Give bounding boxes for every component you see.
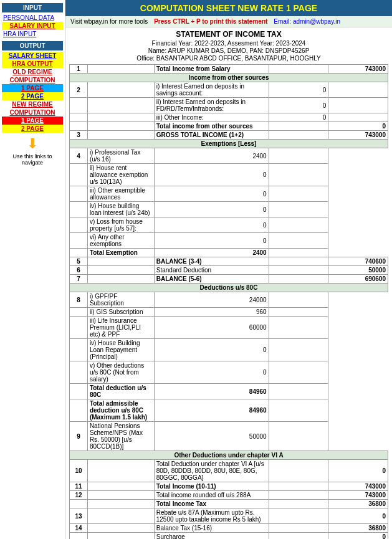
row-number	[70, 308, 88, 317]
table-row: Income from other sources	[70, 74, 388, 82]
main-content: COMPUTATION SHEET NEW RATE 1 PAGE Visit …	[65, 0, 392, 539]
row-number	[70, 533, 88, 540]
sidebar-npage2[interactable]: 2 PAGE	[2, 125, 63, 133]
row-amt1: 0	[269, 82, 328, 98]
table-row: 8i) GPF/PF Subscription24000	[70, 292, 388, 308]
row-amt2	[269, 361, 328, 384]
sidebar-new-regime[interactable]: NEW REGIME	[2, 100, 63, 108]
row-desc: National Pensions Scheme/NPS (Max Rs. 50…	[87, 422, 154, 451]
sidebar-page1[interactable]: 1 PAGE	[2, 84, 63, 92]
row-desc: Balance Tax (15-16)	[154, 524, 269, 533]
table-row: Other Deductions under chapter VI A	[70, 451, 388, 460]
row-amt2: 36800	[328, 524, 388, 533]
row-amt1: 0	[154, 233, 269, 249]
side-empty	[87, 533, 154, 540]
row-amt2	[269, 384, 328, 399]
row-amt1: 84960	[154, 399, 269, 422]
row-amt1: 24000	[154, 292, 269, 308]
row-amt2: 0	[328, 508, 388, 524]
press-text: Press CTRL + P to print this statement	[154, 18, 267, 25]
sidebar-salary-sheet[interactable]: SALARY SHEET	[2, 52, 63, 60]
sidebar-salary-input[interactable]: SALARY INPUT	[2, 22, 63, 30]
table-row: Deductions u/s 80C	[70, 284, 388, 292]
row-number: 8	[70, 292, 88, 308]
row-amt2	[269, 317, 328, 339]
row-number	[70, 317, 88, 339]
table-row: 12Total income rounded off u/s 288A74300…	[70, 491, 388, 500]
row-number: 11	[70, 482, 88, 491]
table-row: ii) House rent allowance exemption u/s 1…	[70, 164, 388, 186]
side-empty	[87, 275, 154, 284]
table-row: 6Standard Deduction50000	[70, 266, 388, 275]
row-amt1: 0	[269, 113, 328, 122]
row-desc: Total deduction u/s 80C	[87, 384, 154, 399]
row-amt2: 743000	[328, 131, 388, 140]
table-row: iii) Other Income:0	[70, 113, 388, 122]
row-amt2	[269, 422, 328, 451]
sidebar-computation[interactable]: COMPUTATION	[2, 76, 63, 84]
stmt-office: Office: BASANTAPUR ABCD OFFICE, BASANTAP…	[69, 55, 388, 62]
row-desc: iii) Life Insurance Premium (LICI,PLI et…	[87, 317, 154, 339]
sidebar-page2[interactable]: 2 PAGE	[2, 92, 63, 100]
row-number: 5	[70, 257, 88, 266]
side-empty	[87, 113, 154, 122]
table-row: Exemptions [Less]	[70, 140, 388, 148]
row-amt1: 960	[154, 308, 269, 317]
table-row: v) Other deductions u/s 80C (Not from sa…	[70, 361, 388, 384]
row-desc: GROSS TOTAL INCOME (1+2)	[154, 131, 269, 140]
table-row: ii) Interest Earned on deposits in FD/RD…	[70, 98, 388, 113]
row-desc: iii) Other Income:	[154, 113, 269, 122]
row-desc: BALANCE (3-4)	[154, 257, 269, 266]
row-amt2	[328, 113, 388, 122]
input-label: INPUT	[2, 3, 63, 12]
stmt-title: STATEMENT OF INCOME TAX	[69, 30, 388, 39]
sidebar-new-computation[interactable]: COMPUTATION	[2, 108, 63, 117]
side-empty	[87, 508, 154, 524]
row-amt2	[269, 217, 328, 233]
row-number	[70, 217, 88, 233]
row-desc: BALANCE (5-6)	[154, 275, 269, 284]
row-amt2	[269, 308, 328, 317]
table-row: 4i) Professional Tax (u/s 16)2400	[70, 148, 388, 164]
row-amt1	[269, 533, 328, 540]
stmt-name: Name: ARUP KUMAR DAS, DEMO, PAN: DNSPDP4…	[69, 47, 388, 54]
row-number	[70, 122, 88, 131]
sidebar-old-regime[interactable]: OLD REGIME	[2, 68, 63, 76]
row-number	[70, 98, 88, 113]
row-desc: Total Income from Salary	[154, 65, 269, 74]
row-amt2	[269, 164, 328, 186]
sidebar-personal-data[interactable]: PERSONAL DATA	[2, 14, 63, 22]
row-desc: Total Income (10-11)	[154, 482, 269, 491]
side-empty	[87, 266, 154, 275]
table-row: iv) House building loan interest (u/s 24…	[70, 202, 388, 217]
sidebar-hra-input[interactable]: HRA INPUT	[2, 30, 63, 38]
row-amt1: 0	[269, 98, 328, 113]
row-number: 1	[70, 65, 88, 74]
computation-table: 1Total Income from Salary743000Income fr…	[69, 64, 388, 539]
row-number	[70, 500, 88, 508]
table-row: Total income from other sources0	[70, 122, 388, 131]
row-desc: Total Deduction under chapter VI A [u/s …	[154, 460, 269, 482]
sidebar-npage1[interactable]: 1 PAGE	[2, 117, 63, 125]
row-amt2	[269, 202, 328, 217]
row-amt1: 0	[154, 339, 269, 361]
row-number	[70, 384, 88, 399]
row-number: 2	[70, 82, 88, 98]
row-desc: Total Exemption	[87, 249, 154, 257]
row-number: 14	[70, 524, 88, 533]
row-amt1: 2400	[154, 148, 269, 164]
row-desc: Surcharge	[154, 533, 269, 540]
side-empty	[87, 482, 154, 491]
row-desc: iii) Other exemptible allowances	[87, 186, 154, 202]
row-amt2: 740600	[328, 257, 388, 266]
arrow-area: ⬇	[2, 136, 63, 152]
row-desc: v) Loss from house property [u/s 57]:	[87, 217, 154, 233]
row-amt1: 0	[154, 217, 269, 233]
row-number	[70, 361, 88, 384]
row-number	[70, 202, 88, 217]
email-text: Email: admin@wbpay.in	[274, 18, 340, 25]
sidebar-hra-output[interactable]: HRA OUTPUT	[2, 60, 63, 68]
sidebar: INPUT PERSONAL DATA SALARY INPUT HRA INP…	[0, 0, 65, 539]
row-amt1	[269, 491, 328, 500]
side-empty	[87, 460, 154, 482]
